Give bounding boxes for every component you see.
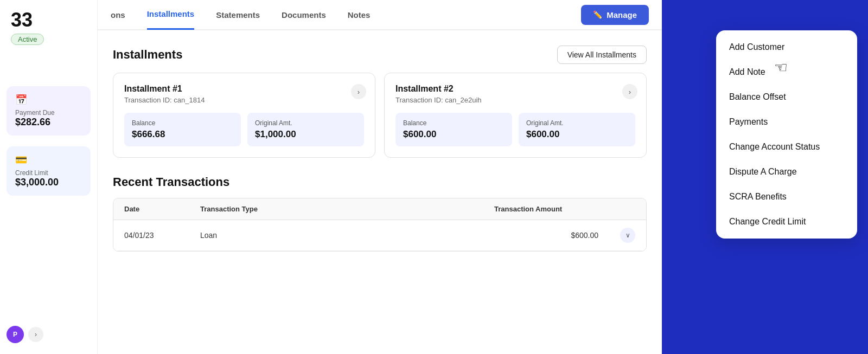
dropdown-menu: Add Customer Add Note Balance Offset Pay… — [716, 30, 857, 239]
installment-1-balance-label: Balance — [132, 119, 233, 127]
installment-2-original-label: Original Amt. — [526, 119, 628, 127]
transactions-title: Recent Transactions — [113, 175, 647, 189]
row-amount: $600.00 — [494, 231, 603, 240]
tab-notes[interactable]: Notes — [348, 1, 371, 29]
installment-1-txn: Transaction ID: can_1814 — [124, 96, 364, 104]
payment-due-label: Payment Due — [15, 109, 82, 117]
avatar: P — [7, 326, 24, 343]
dropdown-scra-benefits[interactable]: SCRA Benefits — [716, 184, 857, 209]
installment-2-expand-button[interactable]: › — [622, 84, 637, 99]
dropdown-add-note[interactable]: Add Note — [716, 60, 857, 85]
credit-limit-card: 💳 Credit Limit $3,000.00 — [7, 146, 91, 196]
account-number: 33 — [11, 9, 86, 31]
manage-button[interactable]: ✏️ Manage — [581, 5, 649, 25]
col-header-date: Date — [124, 205, 200, 213]
installment-1-original-label: Original Amt. — [255, 119, 356, 127]
payment-due-value: $282.66 — [15, 117, 82, 128]
installment-card-1: Installment #1 Transaction ID: can_1814 … — [113, 73, 375, 158]
dropdown-add-customer[interactable]: Add Customer — [716, 35, 857, 60]
credit-icon: 💳 — [15, 154, 82, 166]
status-badge: Active — [11, 34, 44, 45]
col-header-amount: Transaction Amount — [494, 205, 603, 213]
row-date: 04/01/23 — [124, 231, 200, 240]
table-row: 04/01/23 Loan $600.00 ∨ — [113, 220, 646, 251]
installment-1-original-value: $1,000.00 — [255, 129, 356, 140]
installment-2-balance-box: Balance $600.00 — [395, 113, 512, 146]
col-header-type: Transaction Type — [200, 205, 494, 213]
tab-installments[interactable]: Installments — [147, 0, 195, 30]
top-nav: ons Installments Statements Documents No… — [98, 0, 662, 30]
installment-1-balance-box: Balance $666.68 — [124, 113, 241, 146]
calendar-icon: 📅 — [15, 94, 82, 106]
manage-button-label: Manage — [607, 10, 637, 20]
view-all-installments-button[interactable]: View All Installments — [557, 46, 647, 64]
transactions-table: Date Transaction Type Transaction Amount… — [113, 198, 647, 252]
col-header-actions — [603, 205, 635, 213]
dropdown-balance-offset[interactable]: Balance Offset — [716, 85, 857, 110]
next-page-button[interactable]: › — [28, 327, 43, 342]
row-expand-button[interactable]: ∨ — [620, 228, 635, 243]
table-header: Date Transaction Type Transaction Amount — [113, 198, 646, 220]
installment-2-balance-value: $600.00 — [403, 129, 505, 140]
tab-documents[interactable]: Documents — [282, 1, 326, 29]
installment-2-txn: Transaction ID: can_2e2uih — [395, 96, 635, 104]
installment-card-2: Installment #2 Transaction ID: can_2e2ui… — [384, 73, 647, 158]
installment-1-title: Installment #1 — [124, 84, 364, 94]
installment-1-balance-value: $666.68 — [132, 129, 233, 140]
credit-limit-label: Credit Limit — [15, 169, 82, 177]
row-type: Loan — [200, 231, 494, 240]
credit-limit-value: $3,000.00 — [15, 177, 82, 188]
installment-2-title: Installment #2 — [395, 84, 635, 94]
payment-due-card: 📅 Payment Due $282.66 — [7, 86, 91, 136]
installment-2-balance-label: Balance — [403, 119, 505, 127]
dropdown-dispute-charge[interactable]: Dispute A Charge — [716, 159, 857, 184]
installments-title: Installments — [113, 48, 182, 62]
installment-2-original-box: Original Amt. $600.00 — [519, 113, 635, 146]
tab-transactions[interactable]: ons — [111, 1, 125, 29]
edit-icon: ✏️ — [593, 10, 602, 19]
right-panel: Add Customer Add Note Balance Offset Pay… — [662, 0, 868, 354]
installment-1-original-box: Original Amt. $1,000.00 — [247, 113, 364, 146]
dropdown-payments[interactable]: Payments — [716, 110, 857, 134]
installment-1-expand-button[interactable]: › — [351, 84, 366, 99]
installment-2-original-value: $600.00 — [526, 129, 628, 140]
dropdown-change-credit-limit[interactable]: Change Credit Limit — [716, 209, 857, 234]
installments-grid: Installment #1 Transaction ID: can_1814 … — [113, 73, 647, 158]
tab-statements[interactable]: Statements — [216, 1, 260, 29]
dropdown-change-account-status[interactable]: Change Account Status — [716, 134, 857, 159]
